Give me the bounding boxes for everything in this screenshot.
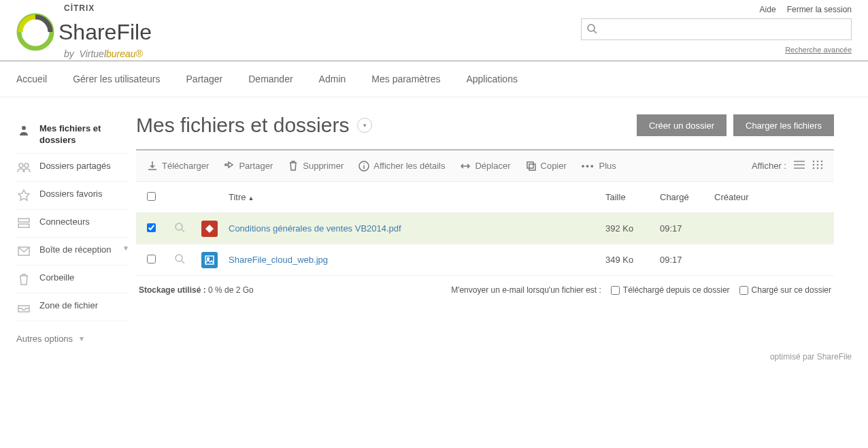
svg-point-16	[813, 161, 815, 163]
envelope-icon	[16, 244, 31, 258]
row-checkbox[interactable]	[147, 223, 156, 232]
logout-link[interactable]: Fermer la session	[787, 5, 852, 14]
logo-area: CİTRIX ShareFile by Virtuelbureau®	[16, 3, 152, 59]
svg-point-3	[22, 126, 26, 130]
search-input[interactable]	[581, 18, 852, 40]
sidebar-label: Boîte de réception	[39, 244, 114, 256]
tool-details[interactable]: Afficher les détails	[358, 161, 445, 172]
main-nav: Accueil Gérer les utilisateurs Partager …	[0, 61, 868, 97]
svg-rect-12	[529, 164, 535, 170]
dots-icon: •••	[582, 161, 595, 171]
create-folder-button[interactable]: Créer un dossier	[637, 114, 727, 136]
sidebar-label: Mes fichiers et dossiers	[39, 123, 129, 146]
trash-icon	[16, 272, 31, 286]
file-name[interactable]: ShareFile_cloud_web.jpg	[229, 255, 605, 265]
file-size: 392 Ko	[605, 223, 660, 234]
select-all-checkbox[interactable]	[147, 192, 156, 201]
svg-point-27	[176, 255, 182, 261]
page-title-dropdown[interactable]: ▾	[357, 118, 372, 133]
svg-point-20	[817, 164, 819, 166]
view-list-icon[interactable]	[793, 160, 805, 172]
tool-copy[interactable]: Copier	[526, 161, 567, 172]
preview-icon[interactable]	[174, 225, 185, 235]
sidebar-label: Zone de fichier	[39, 300, 129, 312]
sidebar-label: Dossiers favoris	[39, 189, 129, 200]
citrix-label: CİTRIX	[64, 3, 152, 13]
toolbar: Télécharger Partager Supprimer Afficher …	[136, 149, 834, 182]
svg-point-23	[817, 167, 819, 170]
display-label: Afficher :	[752, 161, 786, 171]
preview-icon[interactable]	[174, 256, 185, 266]
nav-settings[interactable]: Mes paramètres	[371, 61, 440, 97]
sharefile-wordmark: ShareFile	[59, 20, 152, 45]
col-size[interactable]: Taille	[605, 192, 660, 202]
sidebar-item-my-files[interactable]: Mes fichiers et dossiers	[16, 116, 129, 154]
other-options-label: Autres options	[16, 334, 73, 344]
other-options[interactable]: Autres options ▼	[16, 334, 129, 344]
nav-home[interactable]: Accueil	[16, 61, 47, 97]
upload-files-button[interactable]: Charger les fichiers	[733, 114, 834, 136]
table-row[interactable]: ShareFile_cloud_web.jpg 349 Ko 09:17	[136, 244, 834, 276]
svg-line-2	[594, 31, 597, 33]
sidebar-label: Corbeille	[39, 272, 129, 284]
sidebar-item-trash[interactable]: Corbeille	[16, 266, 129, 293]
people-icon	[16, 161, 31, 174]
nav-admin[interactable]: Admin	[319, 61, 346, 97]
col-loaded[interactable]: Chargé	[660, 192, 714, 202]
person-icon	[16, 123, 31, 137]
star-icon	[16, 189, 31, 202]
tool-more[interactable]: ••• Plus	[582, 161, 616, 171]
tool-download[interactable]: Télécharger	[147, 161, 209, 172]
nav-apps[interactable]: Applications	[466, 61, 518, 97]
svg-rect-7	[18, 224, 29, 227]
svg-point-21	[821, 164, 823, 166]
tool-share[interactable]: Partager	[224, 161, 273, 172]
chevron-down-icon: ▼	[122, 244, 129, 252]
inbox-tray-icon	[16, 300, 31, 314]
file-name[interactable]: Conditions générales de ventes VB2014.pd…	[229, 223, 605, 234]
pdf-file-icon	[201, 221, 218, 237]
sharefile-logo-icon	[16, 13, 54, 51]
nav-request[interactable]: Demander	[248, 61, 293, 97]
page-title: Mes fichiers et dossiers ▾	[136, 114, 372, 137]
sidebar-item-file-zone[interactable]: Zone de fichier	[16, 293, 129, 321]
svg-point-24	[821, 167, 823, 170]
sidebar-item-shared[interactable]: Dossiers partagés	[16, 154, 129, 182]
svg-point-18	[821, 161, 823, 163]
help-link[interactable]: Aide	[760, 5, 776, 14]
nav-share[interactable]: Partager	[186, 61, 223, 97]
col-title[interactable]: Titre▲	[229, 192, 605, 202]
view-grid-icon[interactable]	[812, 160, 823, 172]
nav-manage-users[interactable]: Gérer les utilisateurs	[73, 61, 160, 97]
advanced-search-link[interactable]: Recherche avancée	[785, 46, 852, 54]
stack-icon	[16, 217, 31, 230]
search-icon	[586, 23, 597, 36]
sidebar-item-inbox[interactable]: Boîte de réception ▼	[16, 238, 129, 266]
svg-rect-6	[18, 219, 29, 222]
file-loaded: 09:17	[660, 255, 714, 265]
sidebar-label: Dossiers partagés	[39, 161, 129, 172]
image-file-icon	[201, 252, 218, 268]
logo-subtitle: by Virtuelbureau®	[64, 48, 152, 59]
notify-uploaded[interactable]: Chargé sur ce dossier	[739, 285, 831, 295]
table-row[interactable]: Conditions générales de ventes VB2014.pd…	[136, 213, 834, 244]
tool-delete[interactable]: Supprimer	[288, 161, 344, 172]
svg-line-28	[182, 261, 184, 263]
sidebar-item-favorites[interactable]: Dossiers favoris	[16, 182, 129, 210]
sidebar: Mes fichiers et dossiers Dossiers partag…	[0, 97, 136, 344]
svg-point-22	[813, 167, 815, 170]
col-creator[interactable]: Créateur	[714, 192, 823, 202]
svg-point-1	[588, 25, 595, 31]
svg-point-5	[24, 163, 29, 167]
powered-by: optimisé par ShareFile	[0, 344, 868, 368]
notify-downloaded[interactable]: Téléchargé depuis ce dossier	[611, 285, 730, 295]
tool-move[interactable]: Déplacer	[460, 161, 510, 172]
svg-point-25	[176, 223, 182, 230]
file-loaded: 09:17	[660, 223, 714, 234]
sidebar-item-connectors[interactable]: Connecteurs	[16, 210, 129, 238]
storage-used: Stockage utilisé : 0 % de 2 Go	[139, 285, 254, 295]
row-checkbox[interactable]	[147, 255, 156, 263]
svg-rect-11	[527, 162, 533, 168]
chevron-down-icon: ▼	[78, 335, 85, 342]
svg-point-4	[19, 163, 23, 167]
